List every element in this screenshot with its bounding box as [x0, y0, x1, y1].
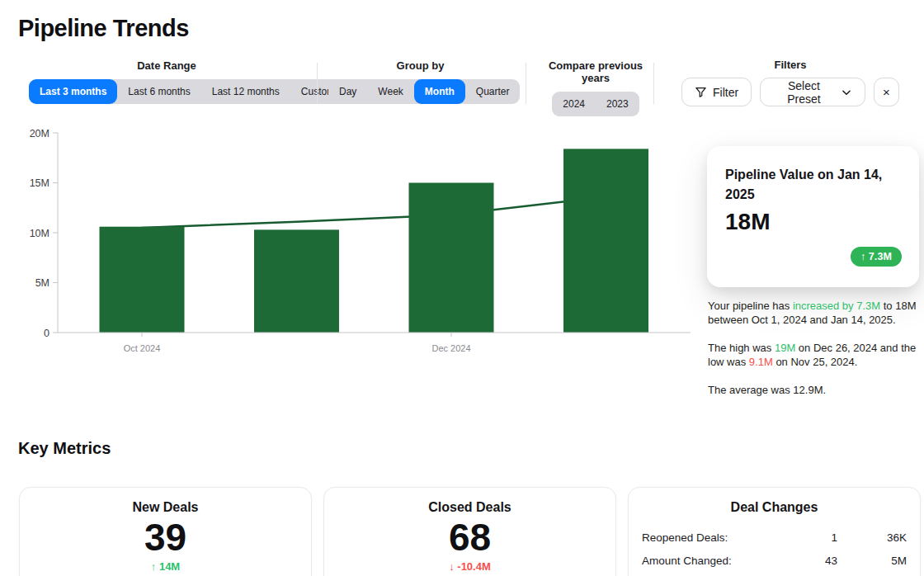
pipeline-trend-chart: 05M10M15M20MOct 2024Dec 2024: [0, 122, 697, 370]
x-tick-label: Oct 2024: [124, 343, 161, 353]
insight-paragraph-high-low: The high was 19M on Dec 26, 2024 and the…: [708, 341, 924, 369]
filter-button[interactable]: Filter: [681, 78, 752, 106]
group-by-segmented-control: Day Week Month Quarter: [328, 79, 520, 104]
group-by-option-day[interactable]: Day: [328, 79, 367, 104]
chevron-down-icon: [841, 87, 852, 98]
new-deals-value: 39: [20, 517, 311, 559]
change-badge: ↑ 7.3M: [851, 247, 902, 267]
deal-changes-title: Deal Changes: [629, 500, 920, 515]
new-deals-delta: ↑ 14M: [20, 560, 311, 573]
chart-bar-dec-2024[interactable]: [409, 183, 494, 333]
page-title: Pipeline Trends: [18, 15, 189, 42]
toolbar-divider: [653, 63, 654, 104]
amount-changed-amount: 5M: [837, 555, 907, 567]
group-by-option-quarter[interactable]: Quarter: [465, 79, 521, 104]
compare-option-2023[interactable]: 2023: [596, 92, 639, 116]
closed-deals-card: Closed Deals 68 ↓ -10.4M: [323, 487, 616, 576]
date-range-option-last-3-months[interactable]: Last 3 months: [29, 79, 117, 104]
compare-option-2024[interactable]: 2024: [552, 92, 596, 116]
pipeline-value-card-title: Pipeline Value on Jan 14, 2025: [725, 165, 902, 205]
x-tick-label: Dec 2024: [431, 343, 470, 353]
trend-line: [142, 196, 606, 228]
reopened-deals-amount: 36K: [837, 531, 907, 544]
pipeline-value-card-value: 18M: [725, 209, 902, 235]
chart-bar-nov-2024[interactable]: [254, 229, 339, 333]
toolbar-divider: [317, 63, 318, 104]
select-preset-dropdown[interactable]: Select Preset: [760, 78, 865, 106]
filters-label: Filters: [681, 59, 899, 71]
closed-deals-value: 68: [324, 517, 615, 559]
new-deals-card: New Deals 39 ↑ 14M: [19, 487, 312, 576]
key-metrics-row: New Deals 39 ↑ 14M Closed Deals 68 ↓ -10…: [19, 487, 921, 576]
amount-changed-count: 43: [771, 555, 837, 567]
y-tick-label: 15M: [30, 177, 50, 189]
date-range-group: Date Range Last 3 months Last 6 months L…: [29, 59, 304, 104]
compare-years-segmented-control: 2024 2023: [552, 92, 639, 116]
compare-years-label: Compare previous years: [534, 59, 658, 84]
closed-deals-title: Closed Deals: [324, 500, 615, 515]
y-tick-label: 20M: [30, 128, 50, 139]
y-tick-label: 0: [44, 328, 50, 339]
compare-years-group: Compare previous years 2024 2023: [534, 59, 658, 116]
date-range-option-last-6-months[interactable]: Last 6 months: [117, 79, 200, 104]
insight-low-highlight: 9.1M: [749, 356, 773, 368]
clear-filters-button[interactable]: ×: [874, 78, 899, 106]
insight-text-block: Your pipeline has increased by 7.3M to 1…: [708, 299, 924, 411]
insight-increase-highlight: increased by 7.3M: [793, 300, 880, 312]
insight-paragraph-change: Your pipeline has increased by 7.3M to 1…: [708, 299, 924, 327]
deal-changes-row-reopened: Reopened Deals: 1 36K: [642, 526, 907, 549]
chart-bar-jan-2025[interactable]: [563, 149, 648, 333]
date-range-option-last-12-months[interactable]: Last 12 months: [201, 79, 290, 104]
y-tick-label: 10M: [30, 228, 50, 239]
key-metrics-heading: Key Metrics: [18, 439, 111, 458]
group-by-group: Group by Day Week Month Quarter: [328, 59, 512, 104]
group-by-option-week[interactable]: Week: [367, 79, 413, 104]
group-by-option-month[interactable]: Month: [414, 79, 465, 104]
new-deals-title: New Deals: [20, 500, 311, 515]
insight-paragraph-average: The average was 12.9M.: [708, 383, 924, 397]
group-by-label: Group by: [328, 59, 512, 72]
chart-bar-oct-2024[interactable]: [100, 227, 185, 333]
deal-changes-row-amount: Amount Changed: 43 5M: [642, 549, 907, 572]
funnel-icon: [695, 86, 707, 98]
date-range-label: Date Range: [29, 59, 304, 72]
y-tick-label: 5M: [35, 277, 50, 289]
filters-group: Filters Filter Select Preset ×: [681, 59, 899, 106]
date-range-segmented-control: Last 3 months Last 6 months Last 12 mont…: [29, 79, 346, 104]
insight-high-highlight: 19M: [775, 342, 795, 354]
reopened-deals-count: 1: [771, 531, 837, 544]
toolbar-divider: [526, 63, 526, 104]
deal-changes-card: Deal Changes Reopened Deals: 1 36K Amoun…: [628, 487, 921, 576]
pipeline-value-card: Pipeline Value on Jan 14, 2025 18M ↑ 7.3…: [707, 146, 919, 287]
closed-deals-delta: ↓ -10.4M: [324, 560, 615, 573]
close-icon: ×: [883, 85, 890, 99]
